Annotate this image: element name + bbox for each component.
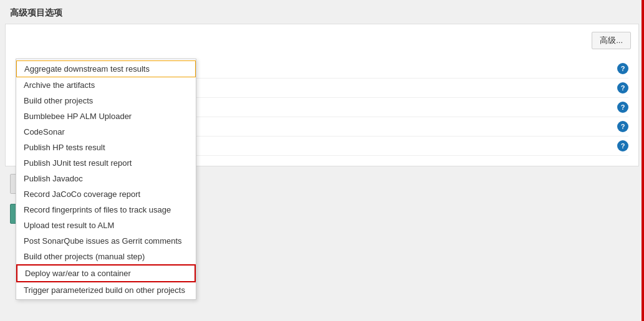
section-title: 高级项目选项 <box>0 0 644 24</box>
dropdown-menu: Aggregate downstream test resultsArchive… <box>16 59 196 300</box>
dropdown-item-5[interactable]: Publish HP tests result <box>16 140 196 155</box>
dropdown-item-3[interactable]: Bumblebee HP ALM Uploader <box>16 108 196 124</box>
dropdown-item-12[interactable]: Build other projects (manual step) <box>16 249 196 264</box>
dropdown-item-8[interactable]: Record JaCoCo coverage report <box>16 186 196 202</box>
dropdown-item-13[interactable]: Deploy war/ear to a container <box>16 264 196 282</box>
dropdown-item-9[interactable]: Record fingerprints of files to track us… <box>16 202 196 218</box>
dropdown-item-7[interactable]: Publish Javadoc <box>16 171 196 186</box>
dropdown-item-2[interactable]: Build other projects <box>16 93 196 108</box>
info-icon-5[interactable]: ? <box>617 140 628 151</box>
dropdown-item-10[interactable]: Upload test result to ALM <box>16 218 196 233</box>
right-border-accent <box>642 0 644 321</box>
dropdown-container: Aggregate downstream test resultsArchive… <box>16 59 196 300</box>
dropdown-item-14[interactable]: Trigger parameterized build on other pro… <box>16 282 196 298</box>
info-icon-3[interactable]: ? <box>617 102 628 113</box>
dropdown-item-6[interactable]: Publish JUnit test result report <box>16 155 196 171</box>
info-icon-2[interactable]: ? <box>617 82 628 93</box>
advanced-button[interactable]: 高级... <box>592 32 631 49</box>
dropdown-item-11[interactable]: Post SonarQube issues as Gerrit comments <box>16 233 196 249</box>
dropdown-item-0[interactable]: Aggregate downstream test results <box>16 60 196 77</box>
page: 高级项目选项 高级... Aggregate downstream test r… <box>0 0 644 321</box>
info-icon-4[interactable]: ? <box>617 121 628 132</box>
content-area: 高级... Aggregate downstream test resultsA… <box>5 24 639 166</box>
info-icon-1[interactable]: ? <box>617 63 628 74</box>
dropdown-item-4[interactable]: CodeSonar <box>16 124 196 140</box>
dropdown-item-1[interactable]: Archive the artifacts <box>16 77 196 93</box>
